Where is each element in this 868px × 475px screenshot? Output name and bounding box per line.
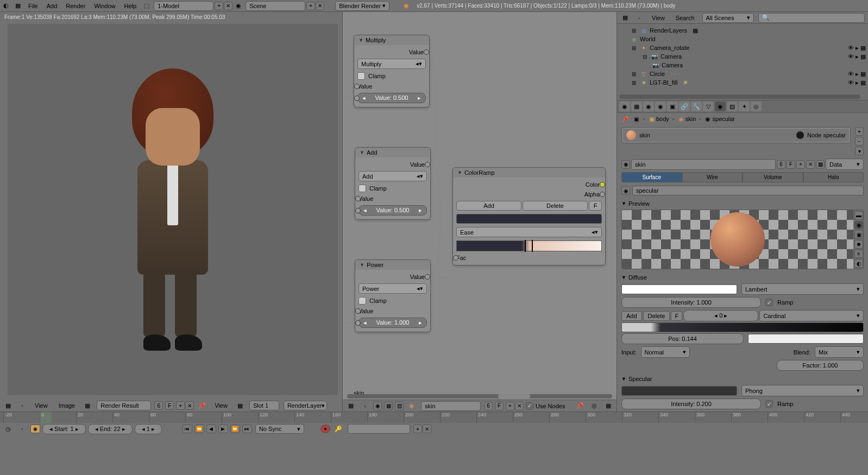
outliner-item-lgt-fill[interactable]: ⊞☀LGT-BI_fill☀👁▸▦ bbox=[619, 78, 866, 87]
ramp-input-select[interactable]: Normal▾ bbox=[641, 346, 690, 358]
clamp-checkbox[interactable] bbox=[358, 185, 366, 192]
expand-icon[interactable]: ◦ bbox=[17, 401, 28, 410]
input-socket-fac[interactable] bbox=[453, 255, 458, 261]
node-material-icon[interactable]: ▦ bbox=[816, 160, 825, 169]
ramp-blend-select[interactable]: Mix▾ bbox=[815, 346, 864, 358]
tab-data[interactable]: ▽ bbox=[703, 102, 714, 111]
auto-keyframe-icon[interactable]: ◉ bbox=[30, 425, 40, 433]
tab-halo[interactable]: Halo bbox=[803, 172, 864, 182]
pin-icon[interactable]: 📌 bbox=[575, 401, 586, 411]
keying-set-field[interactable] bbox=[348, 424, 410, 434]
tab-object[interactable]: ▣ bbox=[667, 102, 678, 111]
specular-ramp-checkbox[interactable] bbox=[765, 400, 773, 408]
pin-icon[interactable]: 📌 bbox=[197, 401, 207, 410]
diffuse-shader-select[interactable]: Lambert▾ bbox=[741, 283, 864, 295]
image-users[interactable]: 6 bbox=[154, 401, 163, 410]
outliner-item-renderlayers[interactable]: ⊞▦RenderLayers▦ bbox=[619, 26, 866, 35]
output-socket-alpha[interactable] bbox=[600, 192, 605, 197]
breadcrumb-nodetree[interactable]: ◉specular bbox=[705, 116, 735, 123]
specular-color-swatch[interactable] bbox=[621, 386, 737, 396]
expand-icon[interactable]: ◦ bbox=[634, 13, 645, 23]
tree-type-shader[interactable]: ◉ bbox=[373, 402, 382, 410]
preview-hair-button[interactable]: ≡ bbox=[854, 250, 863, 258]
layout-selector[interactable]: 1-Model bbox=[154, 1, 213, 11]
start-frame-field[interactable]: ◂ Start: 1 ▸ bbox=[42, 424, 86, 434]
expand-icon[interactable]: ◦ bbox=[17, 424, 28, 434]
operation-select[interactable]: Power◂▾ bbox=[358, 283, 427, 294]
material-add-button[interactable]: + bbox=[855, 127, 864, 136]
menu-file[interactable]: File bbox=[24, 3, 42, 9]
nodetree-name-field[interactable]: specular bbox=[632, 186, 864, 195]
input-socket[interactable] bbox=[354, 84, 360, 89]
outliner-item-world[interactable]: ◉World bbox=[619, 35, 866, 43]
tab-volume[interactable]: Volume bbox=[743, 172, 803, 182]
node-power[interactable]: Power Value Power◂▾ Clamp Value ◂Value: … bbox=[355, 259, 431, 332]
preview-monkey-button[interactable]: ☻ bbox=[854, 240, 863, 249]
scene-icon[interactable]: ◉ bbox=[233, 1, 244, 11]
ramp-f-button[interactable]: F bbox=[671, 311, 682, 321]
diffuse-ramp-checkbox[interactable] bbox=[765, 299, 773, 306]
node-header[interactable]: Add bbox=[355, 148, 430, 157]
ramp-flip-button[interactable]: F bbox=[589, 201, 602, 211]
image-menu[interactable]: Image bbox=[54, 402, 80, 409]
value-field[interactable]: ◂Value: 0.500▸ bbox=[358, 205, 427, 216]
preview-flat-button[interactable]: ▬ bbox=[854, 211, 863, 220]
editor-type-timeline-icon[interactable]: ◷ bbox=[3, 424, 14, 434]
back-to-previous-icon[interactable]: ⬚ bbox=[141, 1, 152, 11]
node-tree-selector[interactable]: skin bbox=[421, 401, 481, 411]
tab-surface[interactable]: Surface bbox=[621, 172, 682, 182]
preview-sky-button[interactable]: ◐ bbox=[854, 259, 863, 268]
node-add[interactable]: Add Value Add◂▾ Clamp Value ◂Value: 0.50… bbox=[355, 147, 431, 220]
renderlayer-selector[interactable]: RenderLayer▾ bbox=[284, 401, 327, 410]
render-viewport[interactable] bbox=[8, 24, 338, 395]
clamp-checkbox[interactable] bbox=[357, 72, 365, 80]
breadcrumb-object[interactable]: ▣body bbox=[649, 116, 669, 123]
outliner-search-menu[interactable]: Search bbox=[671, 15, 699, 21]
clamp-checkbox[interactable] bbox=[358, 297, 366, 305]
image-fake-user[interactable]: F bbox=[165, 401, 174, 410]
outliner-search-field[interactable]: 🔍 bbox=[758, 13, 865, 23]
view-menu-2[interactable]: View bbox=[210, 402, 232, 409]
tab-particles[interactable]: ✦ bbox=[739, 102, 750, 111]
outliner-tree[interactable]: ⊞▦RenderLayers▦ ◉World ⊞✦Camera_rotate👁▸… bbox=[617, 24, 868, 100]
timeline-ruler[interactable]: -20 0 20 40 60 80 100 120 140 160 180 20… bbox=[0, 412, 868, 423]
material-link-select[interactable]: Data▾ bbox=[826, 159, 864, 170]
pin-icon[interactable]: 📌 bbox=[621, 115, 629, 123]
material-new-button[interactable]: + bbox=[796, 160, 805, 169]
outliner-mode-select[interactable]: All Scenes▾ bbox=[702, 13, 754, 23]
ramp-interpolation-select[interactable]: Cardinal▾ bbox=[759, 310, 864, 321]
scene-add-button[interactable]: + bbox=[306, 2, 315, 10]
view-menu[interactable]: View bbox=[30, 402, 52, 409]
editor-type-image-icon[interactable]: ▦ bbox=[3, 401, 14, 410]
outliner-item-camera-data[interactable]: 📷Camera bbox=[619, 61, 866, 69]
input-socket[interactable] bbox=[355, 196, 361, 201]
tab-world[interactable]: ◉ bbox=[655, 102, 666, 111]
output-socket[interactable] bbox=[425, 274, 430, 280]
specular-shader-select[interactable]: Phong▾ bbox=[741, 385, 864, 396]
jump-to-end-button[interactable]: ⏭ bbox=[242, 425, 252, 433]
layout-add-button[interactable]: + bbox=[215, 2, 223, 10]
jump-to-start-button[interactable]: ⏮ bbox=[183, 425, 192, 433]
tab-scene[interactable]: ◉ bbox=[643, 102, 654, 111]
material-sphere-icon[interactable]: ◉ bbox=[406, 401, 417, 411]
tab-modifiers[interactable]: 🔧 bbox=[691, 102, 702, 111]
ramp-stop-color[interactable] bbox=[748, 334, 864, 344]
backdrop-icon[interactable]: ▦ bbox=[603, 401, 614, 411]
input-socket[interactable] bbox=[355, 308, 361, 314]
tab-render[interactable]: ◉ bbox=[619, 102, 630, 111]
layout-remove-button[interactable]: ✕ bbox=[224, 2, 232, 10]
tree-fake-user[interactable]: F bbox=[495, 402, 504, 410]
jump-prev-keyframe-button[interactable]: ⏪ bbox=[194, 425, 204, 433]
scene-selector[interactable]: Scene bbox=[246, 1, 305, 11]
material-browse-icon[interactable]: ◉ bbox=[621, 160, 630, 169]
tree-type-compositor[interactable]: ▦ bbox=[384, 402, 393, 410]
scene-remove-button[interactable]: ✕ bbox=[316, 2, 324, 10]
slot-browse-icon[interactable]: ▦ bbox=[235, 401, 246, 410]
material-list[interactable]: skinNode specular bbox=[621, 127, 851, 143]
node-colorramp[interactable]: ColorRamp Color Alpha Add Delete F Ease◂… bbox=[452, 167, 606, 265]
use-nodes-checkbox[interactable] bbox=[526, 402, 533, 410]
interpolation-select[interactable]: Ease◂▾ bbox=[456, 227, 602, 237]
outliner-scrollbar[interactable] bbox=[619, 94, 860, 99]
material-remove-button[interactable]: − bbox=[855, 137, 864, 145]
outliner-item-camera-rotate[interactable]: ⊞✦Camera_rotate👁▸▦ bbox=[619, 43, 866, 52]
